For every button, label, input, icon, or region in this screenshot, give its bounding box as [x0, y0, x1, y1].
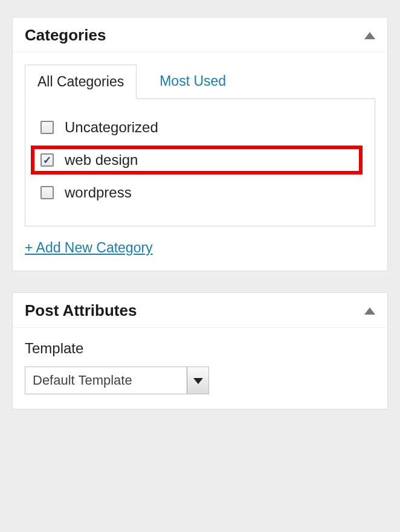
post-attributes-header: Post Attributes: [13, 293, 387, 328]
categories-body: All Categories Most Used Uncategorized w…: [13, 53, 387, 271]
categories-metabox: Categories All Categories Most Used Unca…: [12, 17, 388, 271]
add-new-category-link[interactable]: + Add New Category: [25, 240, 153, 256]
template-select[interactable]: Default Template: [25, 367, 209, 394]
categories-header: Categories: [13, 18, 387, 53]
tab-row: All Categories Most Used: [25, 65, 375, 98]
checkbox-wordpress[interactable]: [40, 186, 54, 199]
categories-list-panel: Uncategorized web design wordpress: [25, 98, 375, 226]
category-label[interactable]: web design: [65, 152, 138, 168]
category-list: Uncategorized web design wordpress: [37, 114, 363, 206]
categories-tabs: All Categories Most Used Uncategorized w…: [25, 65, 375, 226]
checkbox-web-design[interactable]: [40, 153, 54, 167]
category-label[interactable]: wordpress: [65, 184, 132, 201]
template-label: Template: [25, 340, 375, 357]
post-attributes-metabox: Post Attributes Template Default Templat…: [12, 292, 388, 409]
post-attributes-title: Post Attributes: [25, 301, 137, 320]
tab-most-used[interactable]: Most Used: [147, 65, 238, 98]
collapse-icon[interactable]: [364, 307, 375, 315]
chevron-down-icon: [193, 378, 203, 384]
checkbox-uncategorized[interactable]: [40, 121, 54, 134]
dropdown-button[interactable]: [187, 367, 208, 394]
category-item: wordpress: [37, 179, 363, 206]
category-label[interactable]: Uncategorized: [65, 119, 158, 136]
category-item: web design: [31, 146, 363, 175]
tab-all-categories[interactable]: All Categories: [25, 65, 137, 99]
template-select-value: Default Template: [25, 367, 187, 394]
collapse-icon[interactable]: [364, 32, 375, 39]
post-attributes-body: Template Default Template: [13, 328, 387, 409]
categories-title: Categories: [25, 26, 106, 45]
category-item: Uncategorized: [37, 114, 363, 141]
